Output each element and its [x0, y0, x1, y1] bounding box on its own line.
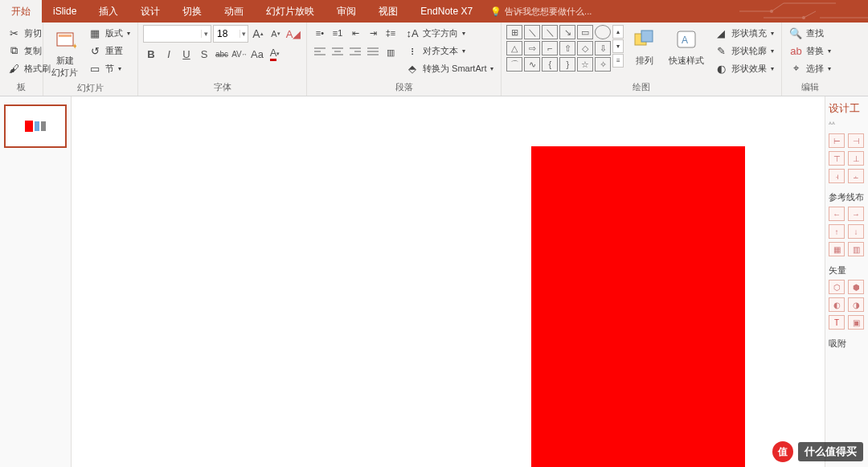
gallery-down[interactable]: ▾ — [612, 39, 624, 53]
gallery-up[interactable]: ▴ — [612, 25, 624, 39]
shape-curve[interactable]: ⌒ — [506, 57, 522, 72]
clear-format-button[interactable]: A◢ — [285, 26, 301, 42]
underline-button[interactable]: U — [178, 46, 194, 62]
tab-transitions[interactable]: 切换 — [171, 0, 213, 23]
shape-arrow-u[interactable]: ⇧ — [559, 41, 575, 55]
shape-arrow-r[interactable]: ⇨ — [524, 41, 540, 55]
gallery-more[interactable]: ≡ — [612, 54, 624, 68]
guide-4[interactable]: ↓ — [848, 224, 864, 239]
reset-button[interactable]: ↺重置 — [86, 43, 133, 59]
new-slide-button[interactable]: ✦ 新建 幻灯片 — [48, 25, 81, 80]
font-size-input[interactable] — [214, 28, 240, 39]
guide-1[interactable]: ← — [829, 207, 845, 221]
vec-2[interactable]: ⬢ — [848, 280, 864, 294]
slide-thumbnail-1[interactable] — [4, 104, 67, 148]
indent-dec-button[interactable]: ⇤ — [347, 25, 363, 41]
shape-line[interactable]: ＼ — [524, 25, 540, 39]
change-case-button[interactable]: Aa — [249, 46, 265, 62]
select-icon: ⌖ — [789, 62, 802, 75]
align-tool-1[interactable]: ⊢ — [829, 133, 845, 148]
shape-arrowline[interactable]: ↘ — [559, 25, 575, 39]
slide-canvas[interactable] — [72, 96, 825, 467]
font-color-button[interactable]: A▾ — [267, 46, 283, 62]
outline-icon: ✎ — [714, 44, 727, 57]
align-tool-4[interactable]: ⊥ — [848, 151, 864, 166]
guide-3[interactable]: ↑ — [829, 224, 845, 239]
layout-button[interactable]: ▦版式▾ — [86, 25, 133, 41]
shape-line2[interactable]: ＼ — [542, 25, 558, 39]
font-family-input[interactable] — [144, 28, 201, 39]
shape-oval[interactable] — [595, 25, 611, 39]
tab-review[interactable]: 审阅 — [326, 0, 367, 23]
shape-rect[interactable]: ▭ — [577, 25, 593, 39]
tab-home[interactable]: 开始 — [0, 0, 42, 23]
chevron-down-icon[interactable]: ▾ — [240, 30, 248, 38]
vec-5[interactable]: T — [829, 315, 845, 330]
shrink-font-button[interactable]: A▾ — [268, 26, 284, 42]
layout-icon: ▦ — [88, 27, 101, 39]
align-right-button[interactable] — [347, 44, 363, 60]
tab-islide[interactable]: iSlide — [42, 0, 88, 23]
vec-4[interactable]: ◑ — [848, 297, 864, 312]
shape-brace-r[interactable]: } — [559, 57, 575, 72]
text-direction-button[interactable]: ↕A文字方向▾ — [403, 25, 496, 41]
align-text-button[interactable]: ⫶对齐文本▾ — [403, 43, 496, 59]
shape-curve2[interactable]: ∿ — [524, 57, 540, 72]
font-size-combo[interactable]: ▾ — [213, 25, 248, 43]
columns-button[interactable]: ▥ — [383, 44, 399, 60]
bold-button[interactable]: B — [143, 46, 159, 62]
shape-textbox[interactable]: ⊞ — [506, 25, 522, 39]
smartart-button[interactable]: ⬘转换为 SmartArt▾ — [403, 60, 496, 76]
tab-insert[interactable]: 插入 — [88, 0, 129, 23]
shadow-button[interactable]: S — [196, 46, 212, 62]
shape-tri[interactable]: △ — [506, 41, 522, 55]
select-button[interactable]: ⌖选择▾ — [787, 60, 833, 76]
italic-button[interactable]: I — [161, 46, 177, 62]
align-tool-6[interactable]: ⫠ — [848, 169, 864, 183]
chevron-down-icon[interactable]: ▾ — [201, 30, 211, 38]
vec-3[interactable]: ◐ — [829, 297, 845, 312]
shape-callout[interactable]: ✧ — [595, 57, 611, 72]
guide-5[interactable]: ▦ — [829, 242, 845, 256]
shape-outline-button[interactable]: ✎形状轮廓▾ — [712, 43, 776, 59]
tab-animations[interactable]: 动画 — [213, 0, 255, 23]
shape-gallery[interactable]: ⊞ ＼ ＼ ↘ ▭ △ ⇨ ⌐ ⇧ ◇ ⇩ ⌒ ∿ { } ☆ — [506, 25, 611, 72]
tab-design[interactable]: 设计 — [129, 0, 171, 23]
shape-elbow[interactable]: ⌐ — [542, 41, 558, 55]
align-left-button[interactable] — [312, 44, 328, 60]
char-spacing-button[interactable]: AV↔ — [231, 46, 248, 62]
tell-me-search[interactable]: 💡 告诉我您想要做什么... — [490, 0, 592, 23]
line-spacing-button[interactable]: ‡≡ — [383, 25, 399, 41]
numbering-button[interactable]: ≡1 — [330, 25, 346, 41]
indent-inc-button[interactable]: ⇥ — [365, 25, 381, 41]
guide-2[interactable]: → — [848, 207, 864, 221]
shape-effects-button[interactable]: ◐形状效果▾ — [712, 60, 776, 76]
align-tool-3[interactable]: ⊤ — [829, 151, 845, 166]
shape-star[interactable]: ☆ — [577, 57, 593, 72]
bullets-button[interactable]: ≡• — [312, 25, 328, 41]
tab-slideshow[interactable]: 幻灯片放映 — [255, 0, 326, 23]
svg-text:✦: ✦ — [72, 42, 76, 51]
vec-1[interactable]: ⬡ — [829, 280, 845, 294]
red-rectangle-shape[interactable] — [531, 146, 745, 467]
section-button[interactable]: ▭节▾ — [86, 60, 133, 76]
grow-font-button[interactable]: A▴ — [250, 26, 266, 42]
shape-brace-l[interactable]: { — [542, 57, 558, 72]
align-tool-2[interactable]: ⊣ — [848, 133, 864, 148]
tab-view[interactable]: 视图 — [367, 0, 409, 23]
justify-button[interactable] — [365, 44, 381, 60]
strike-button[interactable]: abc — [214, 46, 230, 62]
shape-diamond[interactable]: ◇ — [577, 41, 593, 55]
align-center-button[interactable] — [330, 44, 346, 60]
tab-endnote[interactable]: EndNote X7 — [409, 0, 484, 23]
shape-fill-button[interactable]: ◢形状填充▾ — [712, 25, 776, 41]
find-button[interactable]: 🔍查找 — [787, 25, 833, 41]
guide-6[interactable]: ▥ — [848, 242, 864, 256]
align-tool-5[interactable]: ⫞ — [829, 169, 845, 183]
replace-button[interactable]: ab替换▾ — [787, 43, 833, 59]
quick-styles-button[interactable]: A 快速样式 — [665, 25, 707, 68]
vec-6[interactable]: ▣ — [848, 315, 864, 330]
font-family-combo[interactable]: ▾ — [143, 25, 211, 43]
shape-arrow-d[interactable]: ⇩ — [595, 41, 611, 55]
arrange-button[interactable]: 排列 — [628, 25, 661, 68]
